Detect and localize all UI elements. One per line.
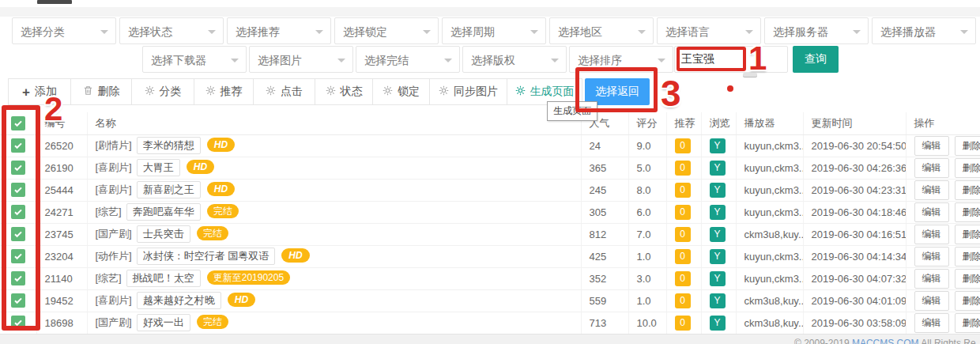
filter-select-region[interactable]: 选择地区 [549,17,654,44]
video-title-field[interactable]: 好戏一出 [137,314,190,331]
filter-select-label: 选择版权 [471,54,515,66]
score-value: 1.0 [628,245,666,267]
score-value: 8.0 [628,179,666,201]
search-input[interactable] [674,46,788,73]
chevron-down-icon [444,59,452,66]
score-value: 1.0 [628,289,666,312]
delete-button[interactable]: 删除 [70,78,132,105]
table-row: 18698[国产剧]好戏一出完结71310.00Yckm3u8,kuy...20… [0,312,980,334]
filter-select-copyright[interactable]: 选择版权 [462,46,567,73]
hits-value: 305 [581,201,628,223]
toolbar-button-label: 添加 [35,85,57,99]
delete-row-button[interactable]: 删除 [955,269,980,289]
delete-row-button[interactable]: 删除 [955,225,980,244]
score-value: 9.0 [628,134,666,157]
browse-badge: Y [710,316,726,331]
edit-button[interactable]: 编辑 [914,291,949,311]
player-list: ckm3u8,kuy... [736,223,803,245]
filter-select-sort[interactable]: 选择排序 [569,46,673,73]
select-all-checkbox[interactable] [11,116,25,130]
delete-row-button[interactable]: 删除 [955,313,980,333]
row-checkbox[interactable] [11,161,25,175]
table-row: 26190[喜剧片]大胃王HD3655.00Ykuyun,ckm3...2019… [0,157,980,179]
player-list: ckm3u8,kuy... [736,312,803,334]
edit-button[interactable]: 编辑 [914,247,949,267]
hits-value: 559 [581,289,628,312]
video-id: 26190 [36,157,87,179]
filter-select-cycle[interactable]: 选择周期 [442,17,546,44]
video-title-field[interactable]: 新喜剧之王 [137,181,201,198]
edit-button[interactable]: 编辑 [914,269,949,289]
video-table: 编号名称人气评分推荐浏览播放器更新时间操作 26520[剧情片]李米的猜想HD2… [0,112,980,335]
clipped-page-title [37,0,72,4]
edit-button[interactable]: 编辑 [914,136,949,156]
hits-value: 245 [581,179,628,201]
cms-link[interactable]: MACCMS.COM [852,338,919,344]
edit-button[interactable]: 编辑 [914,180,949,200]
delete-row-button[interactable]: 删除 [955,291,980,311]
add-button[interactable]: +添加 [8,78,71,105]
video-title-field[interactable]: 越来越好之村晚 [137,292,221,309]
filter-select-label: 选择服务器 [773,25,828,38]
video-title-field[interactable]: 冰封侠：时空行者 国粤双语 [137,248,276,265]
chevron-down-icon [551,59,559,66]
filter-select-label: 选择分类 [21,25,65,38]
player-list: kuyun,ckm3... [736,134,803,157]
video-title-field[interactable]: 大胃王 [137,159,180,176]
row-checkbox[interactable] [11,271,25,285]
browse-badge: Y [710,161,726,176]
delete-row-button[interactable]: 删除 [955,136,980,156]
toolbar-button-label: 锁定 [398,85,420,99]
recommend-button[interactable]: 推荐 [194,78,254,105]
row-checkbox[interactable] [11,316,25,330]
lock-button[interactable]: 锁定 [372,78,430,105]
row-checkbox[interactable] [11,205,25,219]
recommend-badge: 0 [675,205,691,220]
video-title-field[interactable]: 李米的猜想 [137,137,201,154]
filter-select-lock[interactable]: 选择锁定 [334,17,439,44]
status-button[interactable]: 状态 [315,78,373,105]
edit-button[interactable]: 编辑 [914,158,949,178]
video-title-field[interactable]: 奔跑吧嘉年华 [126,203,201,221]
toolbar-button-label: 分类 [160,85,182,99]
copyright-text: © 2009-2019 MACCMS.COM All Rights Re [794,338,976,344]
video-status-badge: HD [228,293,255,307]
filter-select-finish[interactable]: 选择完结 [356,46,460,73]
video-title-field[interactable]: 士兵突击 [137,225,190,243]
delete-row-button[interactable]: 删除 [955,180,980,200]
row-checkbox[interactable] [11,227,25,241]
delete-row-button[interactable]: 删除 [955,247,980,267]
edit-button[interactable]: 编辑 [914,313,949,333]
filter-select-server[interactable]: 选择服务器 [764,17,869,44]
filter-select-image[interactable]: 选择图片 [249,46,353,73]
browse-badge: Y [710,183,726,198]
delete-row-button[interactable]: 删除 [955,158,980,178]
score-value: 7.0 [628,223,666,245]
filter-select-recommend[interactable]: 选择推荐 [227,17,331,44]
video-id: 25444 [36,179,87,201]
sync-images-button[interactable]: 同步图片 [429,78,507,105]
edit-button[interactable]: 编辑 [914,225,949,244]
gear-icon [515,85,526,98]
updated-time: 2019-06-30 04:16:51 [803,223,906,245]
query-button[interactable]: 查询 [793,46,839,73]
filter-select-player[interactable]: 选择播放器 [872,17,976,44]
row-checkbox[interactable] [11,183,25,197]
filter-select-category[interactable]: 选择分类 [12,17,116,44]
hits-button[interactable]: 点击 [253,78,315,105]
classify-button[interactable]: 分类 [131,78,194,105]
gear-icon [439,85,449,98]
recommend-badge: 0 [675,161,691,176]
edit-button[interactable]: 编辑 [914,202,949,222]
row-checkbox[interactable] [11,293,25,308]
row-checkbox[interactable] [11,138,25,153]
copyright-suffix: All Rights Re [919,338,976,344]
row-checkbox[interactable] [11,249,25,263]
hits-value: 24 [581,134,628,157]
delete-row-button[interactable]: 删除 [955,202,980,222]
filter-select-language[interactable]: 选择语言 [657,17,761,44]
filter-select-downloader[interactable]: 选择下载器 [142,46,247,73]
filter-select-status[interactable]: 选择状态 [119,17,224,44]
hits-value: 812 [581,223,628,245]
video-title-field[interactable]: 挑战吧！太空 [126,270,201,287]
